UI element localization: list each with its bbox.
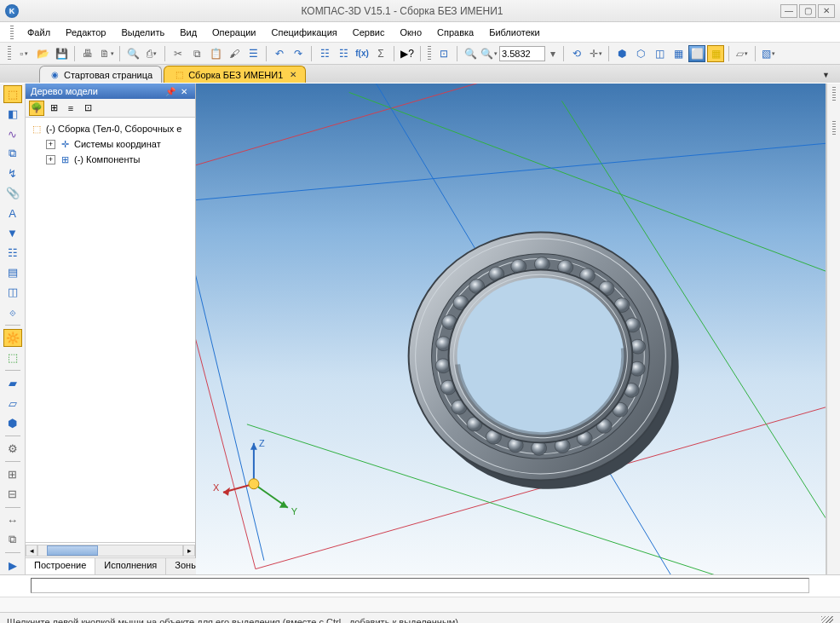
tab-assembly[interactable]: ⬚ Сборка БЕЗ ИМЕНИ1 ✕ (164, 66, 306, 83)
view-hidden-button[interactable]: ◫ (651, 45, 668, 62)
menu-window[interactable]: Окно (394, 26, 427, 39)
pin-button[interactable]: 📌 (164, 85, 176, 97)
view-shaded-button[interactable]: ▦ (670, 45, 687, 62)
viewport-3d[interactable]: Z X Y (196, 84, 826, 574)
curve-button[interactable]: ∿ (3, 124, 22, 142)
tool6-button[interactable]: ▶ (3, 557, 22, 574)
copy-button[interactable]: ⧉ (188, 45, 205, 62)
menu-view[interactable]: Вид (175, 26, 202, 39)
maximize-button[interactable]: ▢ (799, 4, 816, 18)
tree-header: Дерево модели 📌 ✕ (26, 84, 195, 99)
tree-tab-build[interactable]: Построение (26, 558, 95, 574)
filter-button[interactable]: ▼ (3, 224, 22, 242)
minimize-button[interactable]: — (780, 4, 797, 18)
open-button[interactable]: 📂 (34, 45, 51, 62)
zoom-input[interactable] (499, 46, 545, 61)
scrollbar-track[interactable] (37, 545, 183, 557)
report-button[interactable]: ▤ (3, 263, 22, 281)
attach-button[interactable]: 📎 (3, 184, 22, 202)
undo-button[interactable]: ↶ (271, 45, 288, 62)
scroll-right-button[interactable]: ▸ (183, 545, 195, 557)
zoom-options-button[interactable]: 🔍 (480, 45, 498, 62)
tabs-dropdown-button[interactable]: ▼ (819, 67, 833, 83)
command-input[interactable] (31, 578, 809, 593)
close-panel-button[interactable]: ✕ (178, 85, 190, 97)
print-button[interactable]: 🖶 (79, 45, 96, 62)
resize-grip-icon[interactable] (821, 616, 833, 624)
surface1-button[interactable]: ▰ (3, 374, 22, 392)
tree-coords-item[interactable]: + ✛ Системы координат (27, 136, 193, 152)
render-button[interactable]: 🔆 (3, 329, 22, 347)
surface2-button[interactable]: ▱ (3, 394, 22, 412)
help-context-button[interactable]: ▶? (399, 45, 416, 62)
tool3-button[interactable]: ⊟ (3, 485, 22, 503)
print-preview-button[interactable]: 🗎 (98, 45, 115, 62)
preview-options-button[interactable]: ⎙ (143, 45, 160, 62)
text-button[interactable]: A (3, 204, 22, 222)
misc2-button[interactable]: ↯ (3, 164, 22, 182)
paste-button[interactable]: 📋 (207, 45, 224, 62)
svg-marker-47 (250, 443, 257, 450)
library-button[interactable]: ☷ (316, 45, 333, 62)
menu-operations[interactable]: Операции (207, 26, 261, 39)
orient-button[interactable]: ✛ (587, 45, 604, 62)
rotate-button[interactable]: ⟲ (568, 45, 585, 62)
menu-select[interactable]: Выделить (116, 26, 170, 39)
tree-view-button[interactable]: 🌳 (29, 101, 44, 116)
kompas-icon: ◉ (49, 69, 60, 81)
tree-root-item[interactable]: ⬚ (-) Сборка (Тел-0, Сборочных е (27, 121, 193, 136)
brush-button[interactable]: 🖌 (226, 45, 243, 62)
tree-mode-button[interactable]: ⊞ (46, 101, 61, 116)
menu-file[interactable]: Файл (22, 26, 55, 39)
redo-button[interactable]: ↷ (290, 45, 307, 62)
perspective-button[interactable]: ▱ (734, 45, 751, 62)
menu-libs[interactable]: Библиотеки (484, 26, 545, 39)
sigma-button[interactable]: Σ (372, 45, 389, 62)
close-button[interactable]: ✕ (818, 4, 835, 18)
tool1-button[interactable]: ⚙ (3, 440, 22, 458)
menu-service[interactable]: Сервис (348, 26, 390, 39)
expand-button[interactable]: + (46, 140, 55, 149)
scrollbar-thumb[interactable] (47, 545, 98, 556)
rebuild-button[interactable]: ▧ (760, 45, 777, 62)
tree-components-item[interactable]: + ⊞ (-) Компоненты (27, 152, 193, 167)
zoom-fit-button[interactable]: ⊡ (435, 45, 452, 62)
mirror-button[interactable]: ⟐ (3, 303, 22, 321)
properties-button[interactable]: ☰ (245, 45, 262, 62)
tree-scrollbar[interactable]: ◂ ▸ (26, 542, 195, 557)
menu-editor[interactable]: Редактор (60, 26, 111, 39)
view-gold-button[interactable]: ▦ (707, 45, 724, 62)
tool4-button[interactable]: ↔ (3, 511, 22, 529)
zoom-in-button[interactable]: 🔍 (462, 45, 479, 62)
cut-button[interactable]: ✂ (170, 45, 187, 62)
tree-sort-button[interactable]: ≡ (63, 101, 78, 116)
library2-button[interactable]: ☷ (335, 45, 352, 62)
view-wire-button[interactable]: ⬡ (632, 45, 649, 62)
expand-button[interactable]: + (46, 155, 55, 164)
misc1-button[interactable]: ⧉ (3, 145, 22, 163)
close-tab-button[interactable]: ✕ (290, 70, 296, 79)
tool2-button[interactable]: ⊞ (3, 465, 22, 483)
spec-button[interactable]: ☷ (3, 244, 22, 262)
tool5-button[interactable]: ⧉ (3, 531, 22, 549)
preview-button[interactable]: 🔍 (124, 45, 141, 62)
menu-spec[interactable]: Спецификация (267, 26, 342, 39)
separator (608, 46, 609, 61)
analysis-button[interactable]: ⬚ (3, 349, 22, 366)
edit-assembly-button[interactable]: ⬚ (3, 85, 22, 103)
coords-icon: ✛ (59, 138, 71, 150)
surface3-button[interactable]: ⬢ (3, 414, 22, 432)
tree-filter-button[interactable]: ⊡ (80, 101, 95, 116)
add-component-button[interactable]: ◧ (3, 105, 22, 123)
scroll-left-button[interactable]: ◂ (26, 545, 37, 557)
tab-start-page[interactable]: ◉ Стартовая страница (39, 66, 162, 83)
view-render-button[interactable]: ⬜ (688, 45, 705, 62)
box-button[interactable]: ◫ (3, 283, 22, 301)
fx-button[interactable]: f(x) (354, 45, 371, 62)
zoom-dropdown-button[interactable]: ▾ (547, 45, 559, 62)
menu-help[interactable]: Справка (432, 26, 479, 39)
tree-tab-exec[interactable]: Исполнения (95, 558, 166, 574)
new-button[interactable]: ▫ (15, 45, 32, 62)
view-iso-button[interactable]: ⬢ (613, 45, 630, 62)
save-button[interactable]: 💾 (53, 45, 70, 62)
